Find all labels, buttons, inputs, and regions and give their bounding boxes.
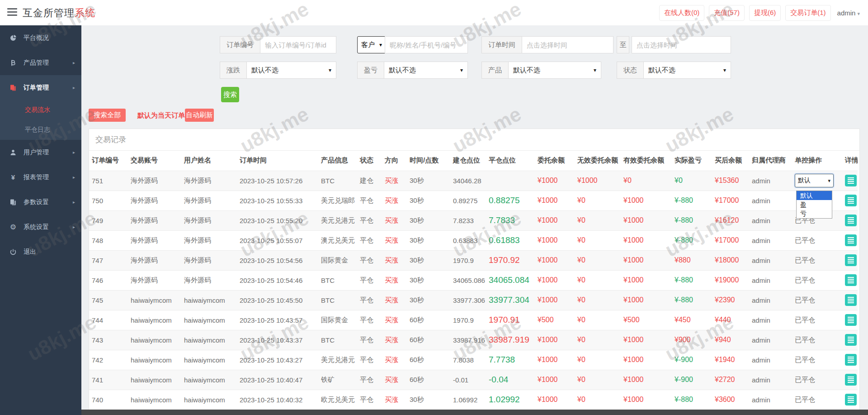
invalid-consign-balance-cell: ¥0 [575, 350, 621, 370]
after-balance-cell: ¥19000 [712, 270, 749, 290]
close-price-cell: 33977.304 [486, 290, 535, 310]
open-price-cell: 33977.306 [450, 290, 486, 310]
order-no-input[interactable] [260, 36, 336, 53]
product-filter-group: 产品 默认不选▾ [481, 62, 601, 79]
sidebar-item-系统设置[interactable]: ⚙系统设置▸ [0, 215, 81, 239]
product-select-value: 默认不选 [513, 66, 540, 75]
customer-type-value: 客户 [361, 41, 375, 49]
order-id-cell: 748 [89, 230, 128, 250]
withdraw-link[interactable]: 提现(6) [749, 5, 781, 21]
hamburger-menu-icon[interactable] [7, 8, 17, 16]
close-price-cell: 1970.91 [486, 310, 535, 330]
trade-account-cell: 海外源码 [128, 210, 181, 230]
column-header: 建仓点位 [450, 151, 486, 171]
status-cell: 平仓 [357, 350, 382, 370]
duration-cell: 30秒 [407, 250, 450, 270]
table-row: 740haiwaiymcomhaiwaiymcom2023-10-25 10:4… [89, 390, 858, 410]
search-button[interactable]: 搜索 [221, 87, 239, 102]
sidebar-item-平台概况[interactable]: 平台概况 [0, 25, 81, 50]
control-dropdown-option[interactable]: 亏 [797, 209, 832, 218]
trade-account-cell: 海外源码 [128, 230, 181, 250]
trade-orders-link[interactable]: 交易订单(1) [785, 5, 830, 21]
detail-button[interactable] [845, 254, 857, 266]
control-cell: 已平仓 [792, 250, 842, 270]
product-select[interactable]: 默认不选▾ [508, 62, 601, 79]
control-dropdown-option[interactable]: 盈 [797, 200, 832, 209]
close-price-cell: 0.88275 [486, 191, 535, 210]
sidebar-item-用户管理[interactable]: 用户管理▸ [0, 140, 81, 165]
actual-profit-cell: ¥-880 [672, 191, 712, 210]
open-price-cell: 7.8038 [450, 350, 486, 370]
product-info-cell: BTC [318, 270, 357, 290]
invalid-consign-balance-cell: ¥0 [575, 310, 621, 330]
open-price-cell: 34065.086 [450, 270, 486, 290]
open-price-cell: 7.8233 [450, 210, 486, 230]
time-end-input[interactable] [632, 36, 731, 53]
updown-select[interactable]: 默认不选▾ [246, 62, 336, 79]
control-select[interactable]: 默认▾ [795, 174, 834, 187]
detail-button[interactable] [845, 234, 857, 246]
sidebar-item-报表管理[interactable]: ¥报表管理▸ [0, 165, 81, 190]
invalid-consign-balance-cell: ¥1000 [575, 171, 621, 191]
product-info-cell: 美元兑港元 [318, 350, 357, 370]
updown-filter-group: 涨跌 默认不选▾ [220, 62, 336, 79]
actual-profit-cell: ¥900 [672, 330, 712, 350]
detail-cell [842, 330, 858, 350]
detail-button[interactable] [845, 334, 857, 346]
today-orders-note: 默认为当天订单 [137, 111, 185, 120]
horizontal-scrollbar[interactable] [81, 410, 868, 415]
detail-button[interactable] [845, 314, 857, 326]
detail-button[interactable] [845, 175, 857, 186]
invalid-consign-balance-cell: ¥0 [575, 270, 621, 290]
order-time-cell: 2023-10-25 10:43:37 [237, 330, 318, 350]
detail-cell [842, 370, 858, 390]
order-time-cell: 2023-10-25 10:55:33 [237, 191, 318, 210]
customer-type-select[interactable]: 客户▾ [357, 36, 386, 53]
control-cell: 已平仓 [792, 390, 842, 410]
agent-cell: admin [749, 171, 792, 191]
sidebar-item-参数设置[interactable]: 参数设置▸ [0, 190, 81, 215]
profit-select[interactable]: 默认不选▾ [384, 62, 468, 79]
detail-button[interactable] [845, 394, 857, 405]
detail-button[interactable] [845, 354, 857, 366]
admin-user-menu[interactable]: admin▾ [835, 6, 862, 20]
open-price-cell: 0.63883 [450, 230, 486, 250]
product-info-cell: 国际黄金 [318, 250, 357, 270]
consign-balance-cell: ¥1000 [535, 290, 575, 310]
sidebar-item-产品管理[interactable]: 产品管理▸ [0, 50, 81, 75]
recharge-link[interactable]: 充值(57) [709, 5, 745, 21]
detail-button[interactable] [845, 215, 857, 226]
online-users-link[interactable]: 在线人数(0) [659, 5, 704, 21]
column-header: 状态 [357, 151, 382, 171]
search-all-button[interactable]: 搜索全部 [89, 109, 126, 122]
chevron-right-icon: ▸ [73, 175, 75, 180]
status-select[interactable]: 默认不选▾ [643, 62, 731, 79]
app-title-main: 互金所管理 [23, 7, 75, 19]
sidebar-subitem-交易流水[interactable]: 交易流水 [0, 100, 81, 120]
invalid-consign-balance-cell: ¥0 [575, 191, 621, 210]
after-balance-cell: ¥16120 [712, 210, 749, 230]
invalid-consign-balance-cell: ¥0 [575, 330, 621, 350]
detail-button[interactable] [845, 195, 857, 206]
control-dropdown-option[interactable]: 默认 [797, 191, 832, 200]
time-start-input[interactable] [522, 36, 613, 53]
sidebar-item-订单管理[interactable]: 订单管理▸ [0, 75, 81, 100]
sidebar-item-退出[interactable]: 退出 [0, 239, 81, 264]
close-price-cell: 1.02992 [486, 390, 535, 410]
user-name-cell: haiwaiymcom [181, 390, 237, 410]
valid-consign-balance-cell: ¥1000 [621, 390, 672, 410]
nickname-input[interactable] [385, 36, 468, 53]
detail-button[interactable] [845, 294, 857, 306]
order-time-cell: 2023-10-25 10:40:47 [237, 370, 318, 390]
duration-cell: 30秒 [407, 191, 450, 210]
order-time-cell: 2023-10-25 10:43:27 [237, 350, 318, 370]
table-row: 749海外源码海外源码2023-10-25 10:55:20美元兑港元平仓买涨3… [89, 210, 858, 230]
column-header: 方向 [382, 151, 407, 171]
detail-button[interactable] [845, 274, 857, 286]
valid-consign-balance-cell: ¥1000 [621, 250, 672, 270]
detail-list-icon [848, 357, 854, 363]
detail-button[interactable] [845, 374, 857, 386]
auto-refresh-button[interactable]: 自动刷新 [185, 109, 214, 122]
order-time-label: 订单时间 [481, 36, 522, 53]
sidebar-subitem-平仓日志[interactable]: 平仓日志 [0, 120, 81, 140]
